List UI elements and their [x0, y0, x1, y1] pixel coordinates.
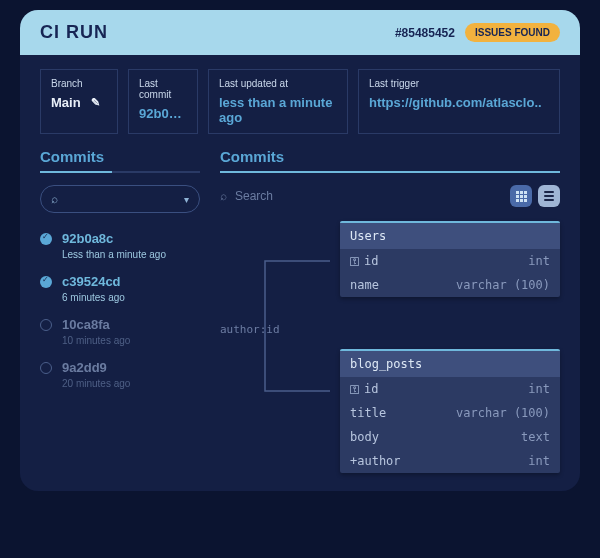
commit-item[interactable]: 92b0a8cLess than a minute ago: [40, 231, 200, 260]
meta-branch-label: Branch: [51, 78, 107, 89]
status-badge: ISSUES FOUND: [465, 23, 560, 42]
commit-list: 92b0a8cLess than a minute agoc39524cd6 m…: [40, 231, 200, 389]
key-icon: ⚿: [350, 384, 360, 395]
commit-sha: c39524cd: [62, 274, 125, 289]
table-column: namevarchar (100): [340, 273, 560, 297]
erd-canvas[interactable]: author:id Users ⚿idintnamevarchar (100) …: [220, 221, 560, 471]
commit-item[interactable]: 10ca8fa10 minutes ago: [40, 317, 200, 346]
commit-sha: 9a2dd9: [62, 360, 130, 375]
relation-label: author:id: [220, 323, 280, 336]
check-icon: [40, 276, 52, 288]
ci-run-card: CI RUN #85485452 ISSUES FOUND Branch Mai…: [20, 10, 580, 491]
meta-last-commit: Last commit 92b0a8c: [128, 69, 198, 134]
search-input[interactable]: ⌕ Search: [220, 189, 273, 203]
list-icon: [544, 191, 554, 201]
commit-item[interactable]: 9a2dd920 minutes ago: [40, 360, 200, 389]
meta-last-updated-label: Last updated at: [219, 78, 337, 89]
list-view-toggle[interactable]: [538, 185, 560, 207]
meta-last-commit-label: Last commit: [139, 78, 187, 100]
table-posts-name: blog_posts: [340, 351, 560, 377]
commit-sha: 10ca8fa: [62, 317, 130, 332]
run-id: #85485452: [395, 26, 455, 40]
meta-last-trigger: Last trigger https://github.com/atlasclo…: [358, 69, 560, 134]
key-icon: ⚿: [350, 256, 360, 267]
table-users-name: Users: [340, 223, 560, 249]
table-column: +authorint: [340, 449, 560, 473]
table-column: titlevarchar (100): [340, 401, 560, 425]
page-title: CI RUN: [40, 22, 108, 43]
divider: [220, 171, 560, 173]
table-users[interactable]: Users ⚿idintnamevarchar (100): [340, 221, 560, 297]
commits-sidebar-title: Commits: [40, 148, 200, 171]
table-posts-cols: ⚿idinttitlevarchar (100)bodytext+authori…: [340, 377, 560, 473]
table-posts[interactable]: blog_posts ⚿idinttitlevarchar (100)bodyt…: [340, 349, 560, 473]
search-icon: ⌕: [220, 189, 227, 203]
meta-last-updated-value: less than a minute ago: [219, 95, 337, 125]
divider: [40, 171, 200, 173]
commits-main-title: Commits: [220, 148, 560, 171]
search-icon: ⌕: [51, 192, 58, 206]
radio-icon: [40, 362, 52, 374]
commit-filter-combo[interactable]: ⌕ ▾: [40, 185, 200, 213]
commit-time: Less than a minute ago: [62, 249, 166, 260]
relation-edge: [220, 221, 360, 461]
radio-icon: [40, 319, 52, 331]
table-users-cols: ⚿idintnamevarchar (100): [340, 249, 560, 297]
table-column: bodytext: [340, 425, 560, 449]
header: CI RUN #85485452 ISSUES FOUND: [20, 10, 580, 55]
meta-branch: Branch Main ✎: [40, 69, 118, 134]
check-icon: [40, 233, 52, 245]
meta-last-commit-value[interactable]: 92b0a8c: [139, 106, 187, 121]
table-column: ⚿idint: [340, 377, 560, 401]
commit-time: 6 minutes ago: [62, 292, 125, 303]
search-placeholder: Search: [235, 189, 273, 203]
meta-branch-value: Main: [51, 95, 81, 110]
grid-icon: [516, 191, 527, 202]
commits-main: Commits ⌕ Search: [220, 148, 560, 471]
commits-sidebar: Commits ⌕ ▾ 92b0a8cLess than a minute ag…: [40, 148, 200, 471]
commit-item[interactable]: c39524cd6 minutes ago: [40, 274, 200, 303]
commit-time: 10 minutes ago: [62, 335, 130, 346]
edit-branch-icon[interactable]: ✎: [91, 96, 100, 109]
chevron-down-icon: ▾: [184, 194, 189, 205]
meta-row: Branch Main ✎ Last commit 92b0a8c Last u…: [20, 55, 580, 144]
table-column: ⚿idint: [340, 249, 560, 273]
view-toggle: [510, 185, 560, 207]
commit-time: 20 minutes ago: [62, 378, 130, 389]
grid-view-toggle[interactable]: [510, 185, 532, 207]
meta-last-trigger-value[interactable]: https://github.com/atlasclo..: [369, 95, 549, 110]
meta-last-trigger-label: Last trigger: [369, 78, 549, 89]
meta-last-updated: Last updated at less than a minute ago: [208, 69, 348, 134]
commit-sha: 92b0a8c: [62, 231, 166, 246]
